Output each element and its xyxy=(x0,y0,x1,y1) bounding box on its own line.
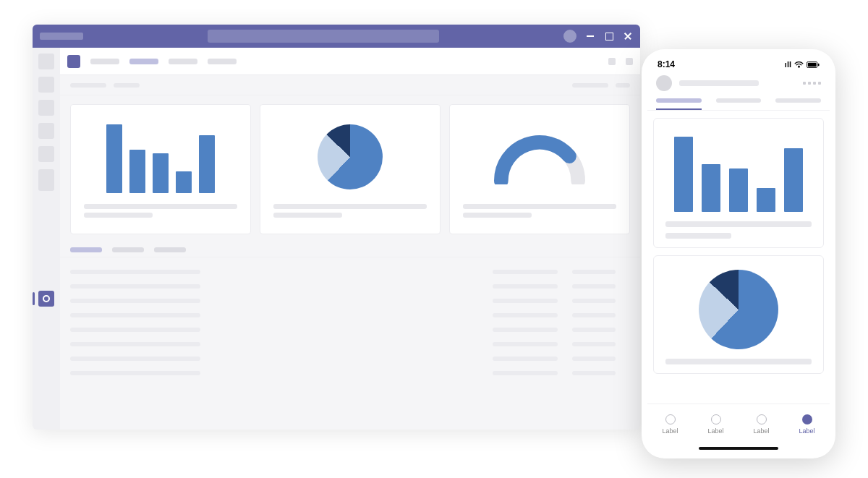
nav-label: Label xyxy=(707,427,723,435)
mobile-device: 8:14 ıll LabelLabelLabelLabel xyxy=(642,49,835,458)
tab[interactable] xyxy=(90,59,119,64)
mobile-card-pie xyxy=(653,255,824,374)
table-cell xyxy=(70,299,200,303)
search-input[interactable] xyxy=(208,30,439,43)
data-table xyxy=(60,257,640,388)
breadcrumb-item[interactable] xyxy=(70,83,106,88)
cards-row xyxy=(60,95,640,243)
card-caption-line xyxy=(463,213,532,218)
maximize-button[interactable] xyxy=(604,31,614,41)
table-cell xyxy=(493,270,558,274)
header-action[interactable] xyxy=(626,58,633,65)
bar-chart xyxy=(674,132,803,212)
gauge-chart xyxy=(489,130,590,184)
tab[interactable] xyxy=(169,59,197,64)
more-grid-icon[interactable] xyxy=(803,82,821,85)
svg-rect-1 xyxy=(808,62,817,66)
table-cell xyxy=(70,328,200,332)
table-cell xyxy=(572,284,616,289)
rail-item-active[interactable] xyxy=(38,291,54,307)
nav-icon xyxy=(665,414,676,424)
toolbar-action[interactable] xyxy=(572,83,608,88)
active-app-icon xyxy=(43,295,50,302)
card-caption-line xyxy=(463,204,616,209)
rail-item[interactable] xyxy=(38,169,54,191)
table-cell xyxy=(70,313,200,317)
nav-item[interactable]: Label xyxy=(662,414,678,435)
breadcrumb-item[interactable] xyxy=(114,83,140,88)
table-row[interactable] xyxy=(70,351,630,366)
nav-item-active[interactable]: Label xyxy=(799,414,814,435)
tab-active[interactable] xyxy=(129,59,158,64)
table-cell xyxy=(572,357,616,361)
breadcrumb-row xyxy=(60,75,640,95)
table-cell xyxy=(70,284,200,289)
close-button[interactable] xyxy=(623,31,633,41)
app-rail xyxy=(33,48,60,430)
mobile-header xyxy=(647,71,830,98)
table-cell xyxy=(493,299,558,303)
mobile-tab-active[interactable] xyxy=(656,98,702,110)
table-cell xyxy=(70,270,200,274)
table-row[interactable] xyxy=(70,366,630,380)
table-row[interactable] xyxy=(70,294,630,308)
table-cell xyxy=(70,371,200,375)
user-avatar[interactable] xyxy=(563,30,576,43)
card-caption-line xyxy=(665,359,812,364)
user-avatar[interactable] xyxy=(656,75,672,91)
card-caption-line xyxy=(84,213,153,218)
table-row[interactable] xyxy=(70,323,630,337)
table-row[interactable] xyxy=(70,265,630,279)
nav-icon xyxy=(711,414,721,424)
rail-item[interactable] xyxy=(38,77,54,93)
pie-chart xyxy=(699,270,778,349)
mobile-tab[interactable] xyxy=(775,98,821,110)
mobile-tabs xyxy=(647,98,830,111)
svg-rect-2 xyxy=(818,63,820,66)
card-pie-chart xyxy=(260,104,441,234)
table-row[interactable] xyxy=(70,308,630,323)
desktop-window xyxy=(33,25,640,430)
tab[interactable] xyxy=(208,59,237,64)
table-cell xyxy=(493,357,558,361)
table-row[interactable] xyxy=(70,337,630,351)
status-time: 8:14 xyxy=(658,59,675,69)
table-cell xyxy=(493,342,558,346)
wifi-icon xyxy=(794,61,804,68)
sub-tab-active[interactable] xyxy=(70,247,102,252)
table-cell xyxy=(493,313,558,317)
signal-icon: ıll xyxy=(785,60,791,69)
toolbar-action[interactable] xyxy=(616,83,630,88)
table-cell xyxy=(70,357,200,361)
mobile-card-bar xyxy=(653,118,824,248)
nav-icon xyxy=(757,414,767,424)
title-bar xyxy=(33,25,640,48)
mobile-scroll-area[interactable] xyxy=(647,111,830,404)
status-bar: 8:14 ıll xyxy=(647,56,830,71)
home-indicator xyxy=(699,447,778,450)
table-row[interactable] xyxy=(70,279,630,294)
nav-item[interactable]: Label xyxy=(753,414,769,435)
header-title-placeholder xyxy=(679,80,759,86)
rail-item[interactable] xyxy=(38,100,54,116)
rail-item[interactable] xyxy=(38,123,54,139)
sub-tab[interactable] xyxy=(154,247,186,252)
rail-item[interactable] xyxy=(38,146,54,162)
minimize-button[interactable] xyxy=(585,31,595,41)
card-gauge-chart xyxy=(449,104,630,234)
rail-item[interactable] xyxy=(38,54,54,69)
table-cell xyxy=(493,284,558,289)
app-icon xyxy=(67,55,80,68)
bar-chart xyxy=(106,121,215,193)
mobile-tab[interactable] xyxy=(716,98,762,110)
table-cell xyxy=(572,299,616,303)
nav-item[interactable]: Label xyxy=(707,414,723,435)
table-cell xyxy=(572,270,616,274)
card-caption-line xyxy=(665,221,812,227)
header-action[interactable] xyxy=(608,58,616,65)
sub-tab[interactable] xyxy=(112,247,144,252)
nav-label: Label xyxy=(662,427,678,435)
card-bar-chart xyxy=(70,104,251,234)
card-caption-line xyxy=(273,213,342,218)
table-cell xyxy=(493,328,558,332)
